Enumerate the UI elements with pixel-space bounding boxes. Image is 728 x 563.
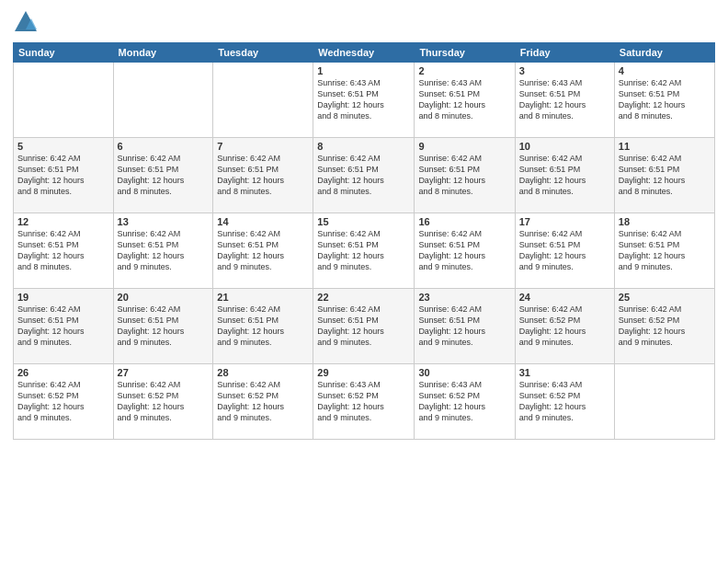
day-info: Sunrise: 6:42 AMSunset: 6:51 PMDaylight:…	[17, 228, 109, 273]
day-number: 6	[118, 141, 210, 152]
header	[13, 9, 715, 35]
table-row	[213, 63, 313, 138]
day-info: Sunrise: 6:42 AMSunset: 6:51 PMDaylight:…	[418, 228, 510, 273]
day-number: 3	[519, 65, 610, 76]
table-row: 26Sunrise: 6:42 AMSunset: 6:52 PMDayligh…	[14, 364, 114, 440]
day-number: 26	[17, 367, 109, 378]
table-row: 28Sunrise: 6:42 AMSunset: 6:52 PMDayligh…	[213, 364, 313, 440]
day-number: 4	[619, 65, 711, 76]
table-row: 10Sunrise: 6:42 AMSunset: 6:51 PMDayligh…	[515, 138, 614, 213]
table-row: 2Sunrise: 6:43 AMSunset: 6:51 PMDaylight…	[415, 63, 515, 138]
col-saturday: Saturday	[614, 43, 714, 63]
table-row: 27Sunrise: 6:42 AMSunset: 6:52 PMDayligh…	[113, 364, 213, 440]
day-number: 9	[418, 141, 510, 152]
calendar-week-row: 19Sunrise: 6:42 AMSunset: 6:51 PMDayligh…	[14, 289, 715, 364]
col-monday: Monday	[113, 43, 213, 63]
col-thursday: Thursday	[415, 43, 515, 63]
table-row: 7Sunrise: 6:42 AMSunset: 6:51 PMDaylight…	[213, 138, 313, 213]
day-number: 5	[17, 141, 109, 152]
day-info: Sunrise: 6:42 AMSunset: 6:52 PMDaylight:…	[17, 379, 109, 424]
day-info: Sunrise: 6:43 AMSunset: 6:51 PMDaylight:…	[317, 77, 410, 122]
table-row: 25Sunrise: 6:42 AMSunset: 6:52 PMDayligh…	[614, 289, 714, 364]
day-info: Sunrise: 6:43 AMSunset: 6:51 PMDaylight:…	[519, 77, 610, 122]
table-row: 19Sunrise: 6:42 AMSunset: 6:51 PMDayligh…	[14, 289, 114, 364]
day-info: Sunrise: 6:42 AMSunset: 6:51 PMDaylight:…	[619, 228, 711, 273]
table-row: 20Sunrise: 6:42 AMSunset: 6:51 PMDayligh…	[113, 289, 213, 364]
day-info: Sunrise: 6:42 AMSunset: 6:52 PMDaylight:…	[217, 379, 309, 424]
day-number: 12	[17, 216, 109, 227]
table-row: 12Sunrise: 6:42 AMSunset: 6:51 PMDayligh…	[14, 213, 114, 289]
table-row: 15Sunrise: 6:42 AMSunset: 6:51 PMDayligh…	[313, 213, 415, 289]
calendar-week-row: 1Sunrise: 6:43 AMSunset: 6:51 PMDaylight…	[14, 63, 715, 138]
page: Sunday Monday Tuesday Wednesday Thursday…	[0, 0, 728, 563]
day-info: Sunrise: 6:42 AMSunset: 6:51 PMDaylight:…	[317, 153, 410, 198]
table-row: 11Sunrise: 6:42 AMSunset: 6:51 PMDayligh…	[614, 138, 714, 213]
table-row: 31Sunrise: 6:43 AMSunset: 6:52 PMDayligh…	[515, 364, 614, 440]
table-row: 24Sunrise: 6:42 AMSunset: 6:52 PMDayligh…	[515, 289, 614, 364]
col-sunday: Sunday	[14, 43, 114, 63]
table-row	[614, 364, 714, 440]
calendar-table: Sunday Monday Tuesday Wednesday Thursday…	[13, 42, 715, 440]
day-info: Sunrise: 6:42 AMSunset: 6:51 PMDaylight:…	[619, 153, 711, 198]
day-number: 23	[418, 292, 510, 303]
day-number: 21	[217, 292, 309, 303]
day-info: Sunrise: 6:43 AMSunset: 6:52 PMDaylight:…	[418, 379, 510, 424]
day-number: 17	[519, 216, 610, 227]
weekday-header-row: Sunday Monday Tuesday Wednesday Thursday…	[14, 43, 715, 63]
table-row: 8Sunrise: 6:42 AMSunset: 6:51 PMDaylight…	[313, 138, 415, 213]
day-info: Sunrise: 6:42 AMSunset: 6:52 PMDaylight:…	[118, 379, 210, 424]
day-number: 28	[217, 367, 309, 378]
day-number: 19	[17, 292, 109, 303]
day-number: 31	[519, 367, 610, 378]
day-number: 14	[217, 216, 309, 227]
calendar-week-row: 26Sunrise: 6:42 AMSunset: 6:52 PMDayligh…	[14, 364, 715, 440]
day-number: 16	[418, 216, 510, 227]
table-row: 22Sunrise: 6:42 AMSunset: 6:51 PMDayligh…	[313, 289, 415, 364]
day-info: Sunrise: 6:42 AMSunset: 6:51 PMDaylight:…	[317, 304, 410, 349]
day-info: Sunrise: 6:42 AMSunset: 6:51 PMDaylight:…	[217, 304, 309, 349]
day-number: 7	[217, 141, 309, 152]
day-info: Sunrise: 6:42 AMSunset: 6:51 PMDaylight:…	[418, 153, 510, 198]
table-row: 17Sunrise: 6:42 AMSunset: 6:51 PMDayligh…	[515, 213, 614, 289]
day-info: Sunrise: 6:42 AMSunset: 6:51 PMDaylight:…	[418, 304, 510, 349]
day-info: Sunrise: 6:42 AMSunset: 6:51 PMDaylight:…	[519, 228, 610, 273]
col-tuesday: Tuesday	[213, 43, 313, 63]
table-row: 21Sunrise: 6:42 AMSunset: 6:51 PMDayligh…	[213, 289, 313, 364]
table-row: 5Sunrise: 6:42 AMSunset: 6:51 PMDaylight…	[14, 138, 114, 213]
day-info: Sunrise: 6:42 AMSunset: 6:52 PMDaylight:…	[619, 304, 711, 349]
table-row	[14, 63, 114, 138]
col-friday: Friday	[515, 43, 614, 63]
day-number: 24	[519, 292, 610, 303]
day-number: 15	[317, 216, 410, 227]
table-row	[113, 63, 213, 138]
table-row: 29Sunrise: 6:43 AMSunset: 6:52 PMDayligh…	[313, 364, 415, 440]
day-info: Sunrise: 6:43 AMSunset: 6:52 PMDaylight:…	[519, 379, 610, 424]
day-info: Sunrise: 6:42 AMSunset: 6:51 PMDaylight:…	[519, 153, 610, 198]
day-number: 1	[317, 65, 410, 76]
table-row: 13Sunrise: 6:42 AMSunset: 6:51 PMDayligh…	[113, 213, 213, 289]
table-row: 23Sunrise: 6:42 AMSunset: 6:51 PMDayligh…	[415, 289, 515, 364]
day-number: 22	[317, 292, 410, 303]
day-info: Sunrise: 6:43 AMSunset: 6:52 PMDaylight:…	[317, 379, 410, 424]
logo-icon	[13, 9, 39, 35]
day-number: 29	[317, 367, 410, 378]
day-info: Sunrise: 6:42 AMSunset: 6:52 PMDaylight:…	[519, 304, 610, 349]
day-info: Sunrise: 6:42 AMSunset: 6:51 PMDaylight:…	[118, 228, 210, 273]
day-number: 27	[118, 367, 210, 378]
day-number: 13	[118, 216, 210, 227]
day-info: Sunrise: 6:42 AMSunset: 6:51 PMDaylight:…	[17, 304, 109, 349]
table-row: 1Sunrise: 6:43 AMSunset: 6:51 PMDaylight…	[313, 63, 415, 138]
day-info: Sunrise: 6:42 AMSunset: 6:51 PMDaylight:…	[217, 228, 309, 273]
day-info: Sunrise: 6:42 AMSunset: 6:51 PMDaylight:…	[118, 153, 210, 198]
day-number: 18	[619, 216, 711, 227]
table-row: 4Sunrise: 6:42 AMSunset: 6:51 PMDaylight…	[614, 63, 714, 138]
day-info: Sunrise: 6:42 AMSunset: 6:51 PMDaylight:…	[317, 228, 410, 273]
day-info: Sunrise: 6:43 AMSunset: 6:51 PMDaylight:…	[418, 77, 510, 122]
day-number: 30	[418, 367, 510, 378]
table-row: 3Sunrise: 6:43 AMSunset: 6:51 PMDaylight…	[515, 63, 614, 138]
logo	[13, 9, 42, 35]
day-info: Sunrise: 6:42 AMSunset: 6:51 PMDaylight:…	[17, 153, 109, 198]
day-number: 25	[619, 292, 711, 303]
day-number: 8	[317, 141, 410, 152]
day-number: 10	[519, 141, 610, 152]
